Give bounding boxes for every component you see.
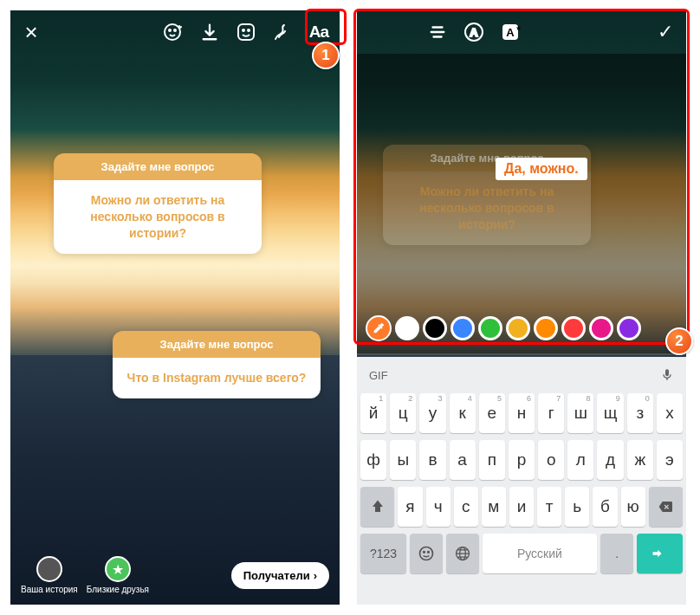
keyboard-key[interactable]: в: [419, 440, 445, 480]
svg-point-2: [174, 29, 176, 31]
text-tool-icon[interactable]: Aa: [308, 22, 329, 42]
color-swatch[interactable]: [561, 316, 586, 340]
keyboard-key[interactable]: й1: [360, 393, 386, 433]
question-sticker-body: Что в Instagram лучше всего?: [113, 358, 321, 398]
question-sticker-header: Задайте мне вопрос: [54, 153, 262, 180]
keyboard-key[interactable]: з0: [627, 393, 653, 433]
keyboard-key[interactable]: Русский: [483, 534, 597, 573]
svg-text:A: A: [506, 26, 515, 39]
download-icon[interactable]: [199, 22, 220, 42]
keyboard-key[interactable]: н6: [509, 393, 535, 433]
keyboard-key[interactable]: .: [600, 534, 633, 573]
callout-badge-1: 1: [312, 42, 340, 69]
close-friends-button[interactable]: ★ Близкие друзья: [87, 556, 149, 594]
keyboard-key[interactable]: к4: [450, 393, 476, 433]
gif-button[interactable]: GIF: [369, 369, 388, 382]
close-icon[interactable]: ×: [21, 22, 42, 42]
keyboard-key[interactable]: щ9: [597, 393, 623, 433]
keyboard: GIF й1ц2у3к4е5н6г7ш8щ9з0х фывапролджэ яч…: [357, 357, 686, 605]
color-swatch[interactable]: [423, 316, 447, 340]
text-align-icon[interactable]: [427, 22, 448, 42]
question-sticker-body: Можно ли ответить на несколько вопросов …: [54, 180, 262, 254]
eyedropper-icon[interactable]: [366, 315, 392, 341]
text-background-icon[interactable]: A★: [500, 22, 521, 42]
keyboard-key[interactable]: р: [509, 440, 535, 480]
text-editor-screen: A A★ ✓ Задайте мне вопрос Можно ли ответ…: [357, 10, 686, 605]
recipients-button[interactable]: Получатели ›: [231, 562, 329, 589]
avatar: [36, 556, 62, 582]
keyboard-key[interactable]: а: [450, 440, 476, 480]
keyboard-key[interactable]: п: [479, 440, 505, 480]
story-editor-screen: × Aa Задайте мне вопрос Можно ли ответи: [10, 10, 340, 605]
svg-text:★: ★: [515, 24, 521, 32]
svg-point-13: [428, 552, 430, 554]
keyboard-key[interactable]: ы: [390, 440, 416, 480]
shift-key[interactable]: [360, 487, 394, 527]
recipients-label: Получатели: [243, 569, 310, 582]
color-swatch[interactable]: [534, 316, 558, 340]
svg-rect-3: [238, 24, 254, 40]
keyboard-key[interactable]: ц2: [390, 393, 416, 433]
question-sticker-body: Можно ли ответить на несколько вопросов …: [383, 172, 591, 245]
language-key[interactable]: [446, 534, 479, 573]
callout-badge-2: 2: [665, 327, 693, 355]
svg-point-4: [243, 29, 244, 31]
svg-point-5: [248, 29, 250, 31]
question-sticker-1[interactable]: Задайте мне вопрос Можно ли ответить на …: [54, 153, 262, 254]
keyboard-key[interactable]: я: [398, 487, 422, 527]
keyboard-key[interactable]: х: [657, 393, 683, 433]
color-swatch[interactable]: [395, 316, 419, 340]
text-topbar: A A★ ✓: [357, 10, 686, 54]
color-swatch[interactable]: [506, 316, 530, 340]
keyboard-key[interactable]: е5: [479, 393, 505, 433]
story-bottombar: Ваша история ★ Близкие друзья Получатели…: [10, 556, 340, 594]
your-story-label: Ваша история: [21, 585, 78, 594]
keyboard-key[interactable]: г7: [538, 393, 564, 433]
keyboard-key[interactable]: ш8: [567, 393, 593, 433]
your-story-button[interactable]: Ваша история: [21, 556, 78, 594]
color-swatch[interactable]: [450, 316, 475, 340]
svg-text:A: A: [470, 26, 478, 39]
keyboard-key[interactable]: у3: [419, 393, 445, 433]
star-icon: ★: [105, 556, 131, 582]
keyboard-key[interactable]: ?123: [360, 534, 406, 573]
close-friends-label: Близкие друзья: [87, 585, 149, 594]
text-input-overlay[interactable]: Да, можно.: [496, 158, 587, 180]
question-sticker-header: Задайте мне вопрос: [113, 331, 321, 358]
keyboard-key[interactable]: т: [537, 487, 561, 527]
keyboard-key[interactable]: о: [538, 440, 564, 480]
emoji-key[interactable]: [410, 534, 443, 573]
keyboard-key[interactable]: ь: [565, 487, 589, 527]
keyboard-key[interactable]: с: [454, 487, 478, 527]
color-picker: [360, 308, 683, 348]
svg-point-11: [419, 547, 432, 560]
story-topbar: × Aa: [10, 10, 340, 54]
done-icon[interactable]: ✓: [655, 22, 676, 42]
mic-icon[interactable]: [660, 366, 674, 384]
keyboard-key[interactable]: ф: [360, 440, 386, 480]
svg-point-12: [424, 552, 425, 554]
chevron-right-icon: ›: [314, 569, 317, 582]
keyboard-key[interactable]: ж: [627, 440, 653, 480]
keyboard-key[interactable]: б: [593, 487, 617, 527]
keyboard-key[interactable]: ч: [426, 487, 450, 527]
font-style-icon[interactable]: A: [463, 22, 484, 42]
keyboard-key[interactable]: ю: [621, 487, 645, 527]
keyboard-suggestions: GIF: [357, 357, 686, 393]
story-background: [10, 10, 340, 605]
enter-key[interactable]: [637, 534, 683, 573]
sticker-icon[interactable]: [236, 22, 256, 42]
svg-point-1: [169, 29, 171, 31]
keyboard-key[interactable]: и: [509, 487, 534, 527]
keyboard-key[interactable]: м: [482, 487, 506, 527]
face-filter-icon[interactable]: [163, 22, 184, 42]
color-swatch[interactable]: [617, 316, 641, 340]
keyboard-key[interactable]: э: [657, 440, 683, 480]
keyboard-key[interactable]: д: [597, 440, 623, 480]
question-sticker-2[interactable]: Задайте мне вопрос Что в Instagram лучше…: [113, 331, 321, 398]
backspace-key[interactable]: [649, 487, 683, 527]
keyboard-key[interactable]: л: [567, 440, 593, 480]
color-swatch[interactable]: [589, 316, 613, 340]
draw-icon[interactable]: [272, 22, 293, 42]
color-swatch[interactable]: [478, 316, 502, 340]
